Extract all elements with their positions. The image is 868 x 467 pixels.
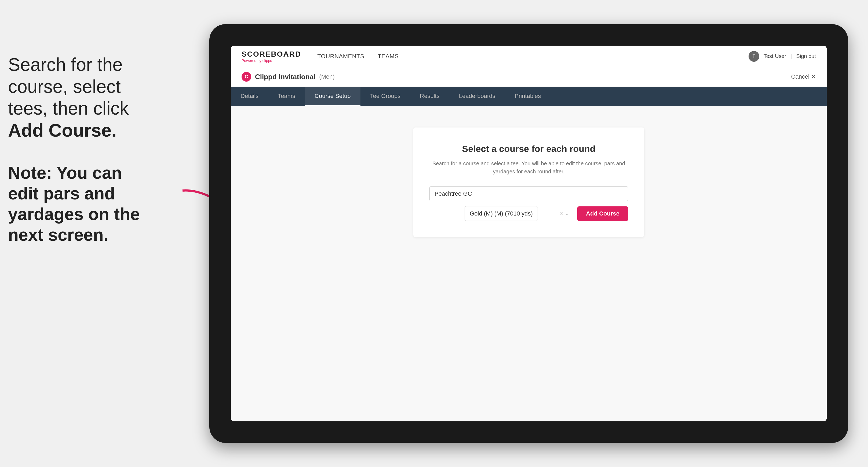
tab-printables[interactable]: Printables xyxy=(505,87,551,106)
tablet-screen: SCOREBOARD Powered by clippd TOURNAMENTS… xyxy=(231,45,827,422)
tee-select-wrapper: Gold (M) (M) (7010 yds) xyxy=(429,206,573,221)
tab-leaderboards[interactable]: Leaderboards xyxy=(449,87,505,106)
cancel-icon: ✕ xyxy=(811,73,816,80)
tab-tee-groups[interactable]: Tee Groups xyxy=(361,87,410,106)
logo-title: SCOREBOARD xyxy=(242,50,301,59)
course-card: Select a course for each round Search fo… xyxy=(413,127,644,237)
tee-select[interactable]: Gold (M) (M) (7010 yds) xyxy=(465,206,538,221)
course-card-title: Select a course for each round xyxy=(429,144,628,154)
main-content: Select a course for each round Search fo… xyxy=(231,106,827,422)
tab-bar: Details Teams Course Setup Tee Groups Re… xyxy=(231,87,827,106)
user-avatar: T xyxy=(749,51,759,62)
nav-separator: | xyxy=(790,53,792,59)
add-course-button[interactable]: Add Course xyxy=(577,207,628,221)
tablet-device: SCOREBOARD Powered by clippd TOURNAMENTS… xyxy=(209,24,848,443)
course-card-desc: Search for a course and select a tee. Yo… xyxy=(429,159,628,176)
tournament-gender: (Men) xyxy=(319,73,334,80)
tab-details[interactable]: Details xyxy=(231,87,268,106)
nav-left: SCOREBOARD Powered by clippd TOURNAMENTS… xyxy=(242,50,399,63)
user-name: Test User xyxy=(764,53,786,59)
instruction-text-bold: Add Course. xyxy=(8,119,175,142)
logo-sub: Powered by clippd xyxy=(242,59,301,63)
tab-course-setup[interactable]: Course Setup xyxy=(305,87,361,106)
tab-teams[interactable]: Teams xyxy=(268,87,305,106)
tournament-header: C Clippd Invitational (Men) Cancel ✕ xyxy=(231,67,827,87)
tee-select-row: Gold (M) (M) (7010 yds) Add Course xyxy=(429,206,628,221)
logo-area: SCOREBOARD Powered by clippd xyxy=(242,50,301,63)
nav-links: TOURNAMENTS TEAMS xyxy=(317,53,399,60)
instruction-text-1: Search for thecourse, selecttees, then c… xyxy=(8,54,175,119)
tab-results[interactable]: Results xyxy=(410,87,449,106)
nav-right: T Test User | Sign out xyxy=(749,51,816,62)
instruction-note: Note: You canedit pars andyardages on th… xyxy=(8,163,175,245)
nav-link-teams[interactable]: TEAMS xyxy=(378,53,399,60)
course-search-input[interactable] xyxy=(429,186,628,201)
nav-link-tournaments[interactable]: TOURNAMENTS xyxy=(317,53,364,60)
instruction-panel: Search for thecourse, selecttees, then c… xyxy=(8,54,175,245)
tournament-icon: C xyxy=(242,72,251,82)
cancel-button[interactable]: Cancel ✕ xyxy=(791,73,816,80)
tournament-title-row: C Clippd Invitational (Men) xyxy=(242,72,335,82)
tournament-name: Clippd Invitational xyxy=(255,73,315,81)
top-navbar: SCOREBOARD Powered by clippd TOURNAMENTS… xyxy=(231,45,827,67)
sign-out-link[interactable]: Sign out xyxy=(796,53,816,59)
